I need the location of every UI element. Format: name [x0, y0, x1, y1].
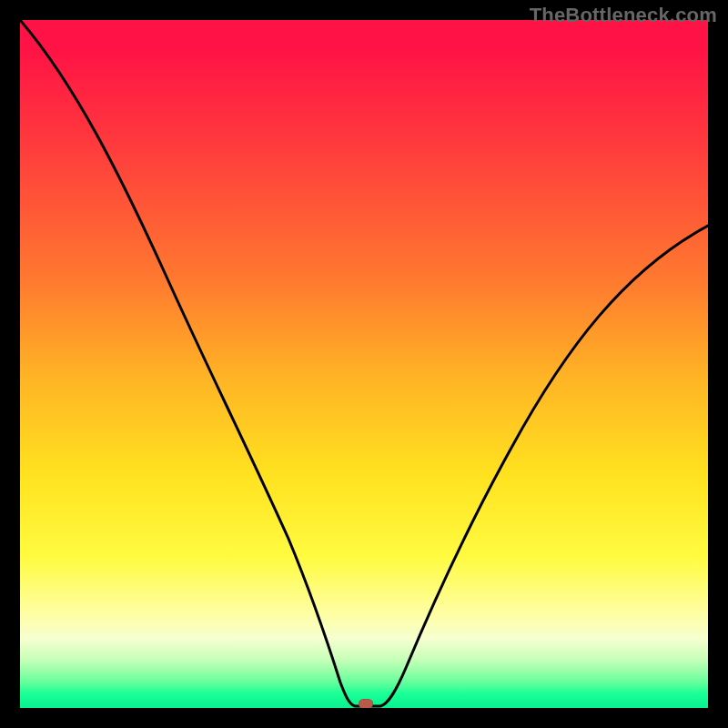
- curve-path: [20, 20, 708, 706]
- chart-frame: TheBottleneck.com: [0, 0, 728, 728]
- optimum-marker: [359, 699, 373, 708]
- plot-area: [20, 20, 708, 708]
- watermark-text: TheBottleneck.com: [530, 4, 717, 27]
- bottleneck-curve: [20, 20, 708, 708]
